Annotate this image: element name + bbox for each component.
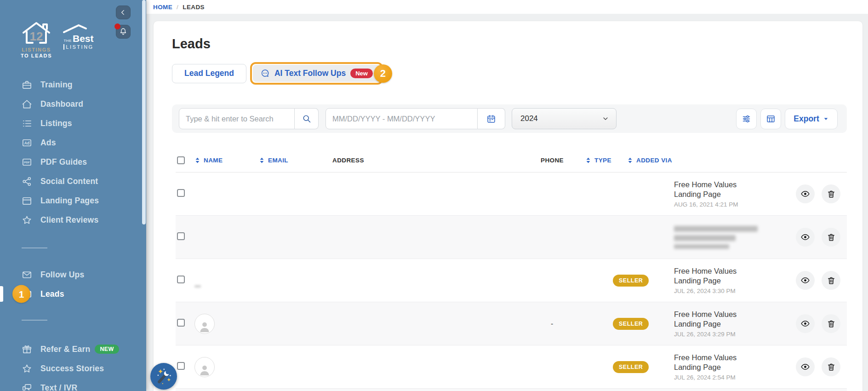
cell-actions <box>796 314 847 333</box>
the-best-listing-logo[interactable]: THE Best LISTING <box>59 24 98 50</box>
column-header-email[interactable]: EMAIL <box>259 157 332 164</box>
listings-to-leads-logo[interactable]: 12 LISTINGS TO LEADS <box>18 21 54 58</box>
breadcrumb-separator: / <box>177 4 178 11</box>
sidebar-item-label: Refer & Earn <box>40 345 90 354</box>
calendar-button[interactable] <box>478 108 505 129</box>
ai-text-follow-ups-button[interactable]: AI Text Follow Ups New <box>253 65 380 82</box>
eye-icon <box>800 189 810 199</box>
table-grid-icon <box>766 114 776 124</box>
sidebar-item-dashboard[interactable]: Dashboard <box>0 94 146 114</box>
sidebar-item-label: Leads <box>40 289 64 299</box>
export-button[interactable]: Export <box>785 109 838 129</box>
view-lead-button[interactable] <box>796 314 815 333</box>
delete-lead-button[interactable] <box>822 271 840 290</box>
cell-select <box>176 276 194 285</box>
sort-icon <box>627 157 633 163</box>
sidebar-item-leads[interactable]: Leads1 <box>0 284 146 304</box>
view-lead-button[interactable] <box>796 184 815 203</box>
eye-icon <box>800 232 810 242</box>
sidebar-item-text-ivr[interactable]: Text / IVR <box>0 378 146 391</box>
share-icon <box>22 176 32 187</box>
year-select[interactable]: 2024 <box>512 108 617 129</box>
table-row: -SELLERFree Home ValuesLanding PageJUL 2… <box>176 302 847 345</box>
delete-lead-button[interactable] <box>822 228 840 247</box>
column-header-type[interactable]: TYPE <box>585 157 627 164</box>
table-row: SELLERFree Home ValuesLanding PageJUL 26… <box>176 345 847 389</box>
notifications-button[interactable] <box>116 25 131 39</box>
lead-legend-button[interactable]: Lead Legend <box>172 64 246 83</box>
added-via-date: AUG 16, 2021 4:21 PM <box>674 201 796 208</box>
sidebar-item-label: Follow Ups <box>40 270 84 280</box>
star-icon <box>22 363 32 374</box>
redacted-date <box>674 244 729 249</box>
select-all-checkbox[interactable] <box>177 156 185 164</box>
added-via-date: JUL 26, 2024 3:30 PM <box>674 288 796 294</box>
ai-text-follow-ups-highlight: AI Text Follow Ups New 2 <box>250 62 383 85</box>
delete-lead-button[interactable] <box>822 357 840 376</box>
added-via-text: Free Home Values <box>674 266 796 276</box>
row-checkbox[interactable] <box>177 232 185 240</box>
star-icon <box>22 215 32 225</box>
cell-actions <box>796 228 847 247</box>
sidebar-collapse-button[interactable] <box>116 6 131 19</box>
eye-icon <box>800 362 810 372</box>
row-checkbox[interactable] <box>177 189 185 197</box>
search-input[interactable] <box>179 108 295 129</box>
column-header-name[interactable]: NAME <box>194 157 259 164</box>
row-checkbox[interactable] <box>177 362 185 370</box>
added-via-text: Landing Page <box>674 276 796 286</box>
chat-duo-icon <box>22 383 32 391</box>
gift-icon <box>22 344 32 355</box>
column-header-label: NAME <box>204 157 223 164</box>
pdf-icon: PDF <box>22 157 32 167</box>
sidebar-item-listings[interactable]: Listings <box>0 114 146 133</box>
filter-panel: 2024 Export <box>172 104 847 133</box>
column-header-label: PHONE <box>541 157 564 164</box>
cell-added-via: Free Home ValuesLanding PageJUL 26, 2024… <box>627 353 796 381</box>
date-range-input[interactable] <box>326 108 478 129</box>
view-lead-button[interactable] <box>796 357 815 376</box>
magic-wand-icon <box>154 366 174 386</box>
sidebar-item-training[interactable]: Training <box>0 75 146 94</box>
redacted-text <box>674 226 758 232</box>
breadcrumb-home-link[interactable]: HOME <box>153 4 172 11</box>
filter-settings-button[interactable] <box>736 109 757 129</box>
added-via-text: Free Home Values <box>674 353 796 362</box>
delete-lead-button[interactable] <box>822 314 840 333</box>
sidebar-item-social-content[interactable]: Social Content <box>0 172 146 191</box>
mail-icon <box>22 270 32 280</box>
row-checkbox[interactable] <box>177 319 185 327</box>
table-view-button[interactable] <box>760 109 781 129</box>
sidebar-item-follow-ups[interactable]: Follow Ups <box>0 265 146 284</box>
sidebar-item-ads[interactable]: AdAds <box>0 133 146 152</box>
delete-lead-button[interactable] <box>822 184 840 203</box>
accessibility-widget-button[interactable] <box>150 363 177 390</box>
sliders-icon <box>742 114 751 124</box>
cell-actions <box>796 357 847 376</box>
sidebar-item-client-reviews[interactable]: Client Reviews <box>0 210 146 230</box>
row-checkbox[interactable] <box>177 276 185 283</box>
cell-added-via <box>627 226 796 249</box>
sidebar-item-success-stories[interactable]: Success Stories <box>0 359 146 378</box>
logo-text-the: THE <box>63 39 72 43</box>
sidebar-item-refer-earn[interactable]: Refer & EarnNEW <box>0 339 146 359</box>
cell-name <box>194 314 259 334</box>
new-badge: NEW <box>95 345 119 354</box>
view-lead-button[interactable] <box>796 271 815 290</box>
sidebar-scrollbar[interactable] <box>142 0 146 224</box>
app: 12 LISTINGS TO LEADS THE Best LISTING Tr… <box>0 0 868 391</box>
cell-actions <box>796 271 847 290</box>
sidebar-item-pdf-guides[interactable]: PDFPDF Guides <box>0 152 146 172</box>
leads-table: NAMEEMAILADDRESSPHONETYPEADDED VIA Free … <box>176 148 847 391</box>
added-via-text: Landing Page <box>674 319 796 329</box>
search-button[interactable] <box>295 108 319 129</box>
column-header-label: ADDRESS <box>332 157 364 164</box>
export-label: Export <box>794 114 819 124</box>
svg-text:12: 12 <box>30 29 43 43</box>
sidebar-item-landing-pages[interactable]: Landing Pages <box>0 191 146 210</box>
column-header-added-via[interactable]: ADDED VIA <box>627 157 796 164</box>
redacted-name <box>194 285 201 288</box>
sort-icon <box>585 157 591 163</box>
view-lead-button[interactable] <box>796 228 815 247</box>
column-header-label: ADDED VIA <box>636 157 672 164</box>
